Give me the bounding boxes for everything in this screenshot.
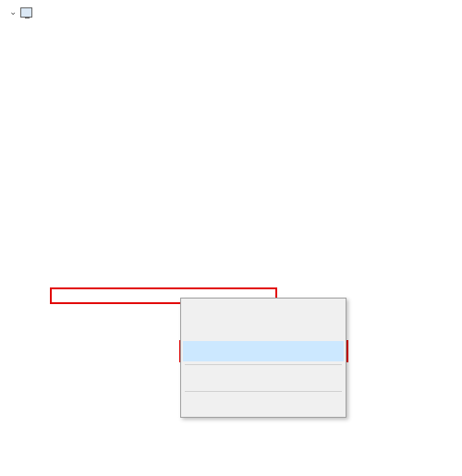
- menu-scan-hardware[interactable]: [183, 368, 344, 388]
- category-network-adapters[interactable]: ⌄: [7, 4, 462, 20]
- menu-properties[interactable]: [183, 395, 344, 415]
- menu-disable[interactable]: [183, 321, 344, 341]
- menu-update-driver[interactable]: [183, 300, 344, 321]
- context-menu: [180, 298, 346, 418]
- device-tree[interactable]: ⌄: [0, 0, 462, 20]
- network-icon: [18, 5, 33, 19]
- chevron-down-icon: ⌄: [7, 4, 18, 20]
- menu-separator: [185, 364, 342, 365]
- menu-separator: [185, 391, 342, 392]
- menu-uninstall[interactable]: [183, 341, 344, 361]
